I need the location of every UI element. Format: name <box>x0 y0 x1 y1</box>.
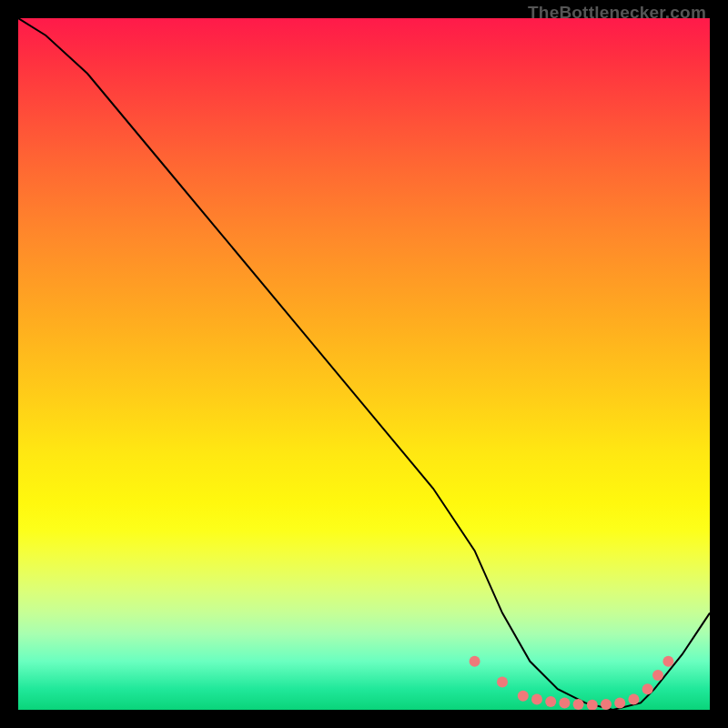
attribution-label: TheBottlenecker.com <box>528 3 706 23</box>
curve-line <box>18 18 710 710</box>
chart-frame: TheBottlenecker.com <box>0 0 728 728</box>
marker-dot <box>518 691 529 702</box>
chart-svg <box>18 18 710 710</box>
marker-dot <box>601 699 612 710</box>
marker-dot <box>587 700 598 710</box>
marker-dot <box>545 696 556 707</box>
marker-dot <box>470 656 480 667</box>
marker-dot <box>531 694 542 705</box>
marker-dot <box>642 683 653 694</box>
marker-dot <box>573 699 584 710</box>
marker-dot <box>652 670 663 681</box>
marker-dot <box>662 656 673 667</box>
marker-dot <box>628 694 639 705</box>
marker-dot <box>559 697 570 708</box>
marker-dot <box>497 677 508 688</box>
plot-area <box>18 18 710 710</box>
marker-dot <box>614 697 625 708</box>
